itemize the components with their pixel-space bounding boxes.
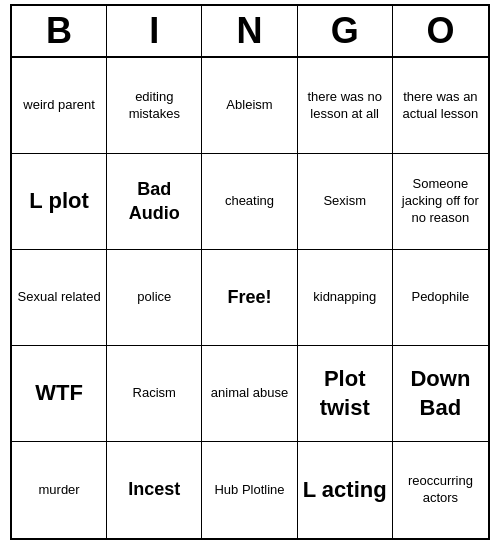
bingo-cell-19[interactable]: Down Bad: [393, 346, 488, 442]
bingo-header: B I N G O: [12, 6, 488, 58]
bingo-cell-11[interactable]: police: [107, 250, 202, 346]
bingo-cell-18[interactable]: Plot twist: [298, 346, 393, 442]
header-n: N: [202, 6, 297, 56]
bingo-cell-17[interactable]: animal abuse: [202, 346, 297, 442]
bingo-cell-0[interactable]: weird parent: [12, 58, 107, 154]
bingo-cell-15[interactable]: WTF: [12, 346, 107, 442]
bingo-cell-4[interactable]: there was an actual lesson: [393, 58, 488, 154]
bingo-cell-23[interactable]: L acting: [298, 442, 393, 538]
bingo-cell-9[interactable]: Someone jacking off for no reason: [393, 154, 488, 250]
bingo-cell-2[interactable]: Ableism: [202, 58, 297, 154]
bingo-cell-7[interactable]: cheating: [202, 154, 297, 250]
bingo-cell-12[interactable]: Free!: [202, 250, 297, 346]
bingo-card: B I N G O weird parentediting mistakesAb…: [10, 4, 490, 540]
header-b: B: [12, 6, 107, 56]
bingo-cell-5[interactable]: L plot: [12, 154, 107, 250]
bingo-grid: weird parentediting mistakesAbleismthere…: [12, 58, 488, 538]
bingo-cell-13[interactable]: kidnapping: [298, 250, 393, 346]
bingo-cell-6[interactable]: Bad Audio: [107, 154, 202, 250]
bingo-cell-21[interactable]: Incest: [107, 442, 202, 538]
bingo-cell-3[interactable]: there was no lesson at all: [298, 58, 393, 154]
header-g: G: [298, 6, 393, 56]
bingo-cell-10[interactable]: Sexual related: [12, 250, 107, 346]
bingo-cell-14[interactable]: Pedophile: [393, 250, 488, 346]
bingo-cell-16[interactable]: Racism: [107, 346, 202, 442]
bingo-cell-20[interactable]: murder: [12, 442, 107, 538]
bingo-cell-24[interactable]: reoccurring actors: [393, 442, 488, 538]
header-o: O: [393, 6, 488, 56]
bingo-cell-1[interactable]: editing mistakes: [107, 58, 202, 154]
bingo-cell-22[interactable]: Hub Plotline: [202, 442, 297, 538]
bingo-cell-8[interactable]: Sexism: [298, 154, 393, 250]
header-i: I: [107, 6, 202, 56]
